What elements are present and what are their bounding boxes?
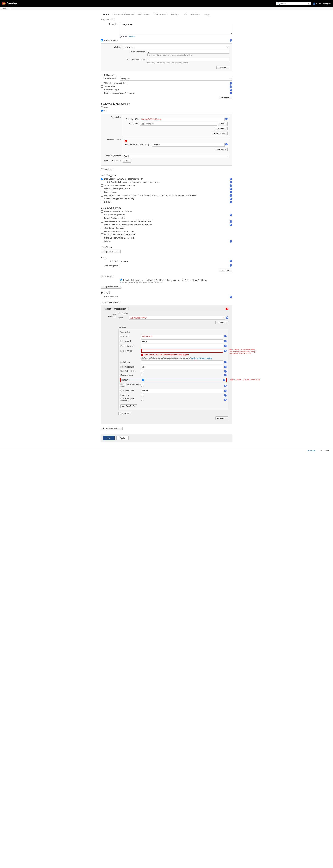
help-icon[interactable]: ?	[230, 240, 232, 243]
help-icon[interactable]: ?	[230, 191, 232, 193]
tab-poststeps[interactable]: Post Steps	[189, 12, 201, 17]
remove-prefix-input[interactable]	[141, 339, 223, 343]
tab-triggers[interactable]: Build Triggers	[136, 12, 151, 17]
help-icon[interactable]: ?	[226, 316, 228, 319]
github-hook-checkbox[interactable]	[101, 197, 103, 200]
tab-postbuild[interactable]: Post-build Actions	[101, 19, 232, 21]
advanced-button[interactable]: Advanced...	[219, 96, 232, 99]
advanced-button[interactable]: Advanced...	[217, 66, 229, 69]
help-icon[interactable]: ?	[230, 214, 232, 216]
goals-input[interactable]	[120, 264, 229, 268]
param-checkbox[interactable]	[101, 82, 103, 84]
add-postbuild-action-button[interactable]: Add post-build action	[101, 427, 123, 430]
advanced-button[interactable]: Advanced...	[219, 269, 232, 272]
ssh-name-select[interactable]: 选择你配置的ssh帐户	[129, 316, 225, 319]
exec-timeout-input[interactable]	[141, 389, 223, 393]
disable-checkbox[interactable]	[101, 89, 103, 91]
add-repo-button[interactable]: Add Repository	[212, 132, 228, 135]
delete-branch-button[interactable]: ✕	[125, 140, 127, 142]
user-link[interactable]: 👤 admin	[313, 2, 321, 5]
pattern-input[interactable]	[141, 365, 223, 369]
remote-dir-date-checkbox[interactable]	[141, 384, 143, 387]
help-icon[interactable]: ?	[224, 366, 227, 368]
delete-ws-checkbox[interactable]	[101, 210, 103, 213]
add-behaviour-button[interactable]: Add	[123, 159, 131, 163]
search-help-icon[interactable]: ⓘ	[307, 2, 309, 5]
help-icon[interactable]: ?	[224, 390, 227, 392]
add-prebuild-button[interactable]: Add pre-build step	[101, 250, 121, 253]
tab-env[interactable]: Build Environment	[151, 12, 169, 17]
exclude-input[interactable]	[141, 361, 223, 364]
gitlab-conn-select[interactable]: devopsrobo	[120, 77, 232, 81]
help-icon[interactable]: ?	[230, 194, 232, 197]
help-icon[interactable]: ?	[225, 143, 228, 146]
branch-spec-input[interactable]	[152, 143, 225, 147]
strategy-select[interactable]: Log Rotation	[123, 45, 229, 49]
abort-stuck-checkbox[interactable]	[101, 227, 103, 229]
help-icon[interactable]: ?	[224, 340, 227, 342]
rest-api-link[interactable]: REST API	[307, 450, 315, 452]
help-icon[interactable]: ?	[223, 379, 226, 381]
apply-button[interactable]: Apply	[116, 436, 129, 440]
snapshot-checkbox[interactable]	[101, 178, 103, 180]
max-builds-input[interactable]	[147, 58, 229, 61]
tab-general[interactable]: General	[101, 12, 111, 17]
ps-success-radio[interactable]	[120, 279, 122, 281]
scm-none-radio[interactable]	[101, 106, 103, 108]
help-icon[interactable]: ?	[224, 394, 227, 397]
flatten-checkbox[interactable]	[142, 379, 144, 381]
gitlab-push-checkbox[interactable]	[101, 194, 103, 196]
add-credentials-button[interactable]: +Add	[218, 122, 228, 126]
schedule-checkbox[interactable]	[107, 181, 110, 183]
save-button[interactable]: Save	[103, 436, 114, 440]
help-icon[interactable]: ?	[230, 178, 232, 180]
help-icon[interactable]: ?	[230, 184, 232, 187]
help-icon[interactable]: ?	[230, 82, 232, 85]
help-icon[interactable]: ?	[230, 197, 232, 200]
help-icon[interactable]: ?	[224, 399, 227, 401]
help-icon[interactable]: ?	[224, 335, 227, 338]
scm-svn-radio[interactable]	[101, 168, 103, 170]
help-icon[interactable]: ?	[230, 264, 232, 267]
add-transfer-button[interactable]: Add Transfer Set	[120, 404, 137, 408]
go-tools-checkbox[interactable]	[101, 237, 103, 239]
logout-link[interactable]: ⎋ log out	[323, 2, 331, 4]
config-files-checkbox[interactable]	[101, 217, 103, 219]
no-default-checkbox[interactable]	[141, 370, 143, 372]
help-icon[interactable]: ?	[230, 181, 232, 184]
help-icon[interactable]: ?	[230, 92, 232, 94]
poll-scm-checkbox[interactable]	[101, 201, 103, 203]
help-icon[interactable]: ?	[225, 118, 228, 120]
help-icon[interactable]: ?	[224, 361, 227, 363]
advanced-button[interactable]: Advanced...	[214, 127, 228, 130]
breadcrumb-item[interactable]: Jenkins	[2, 8, 8, 10]
add-server-button[interactable]: Add Server	[119, 412, 131, 415]
delete-ssh-button[interactable]: ✕	[226, 308, 228, 310]
exec-pty-checkbox[interactable]	[141, 394, 143, 396]
email-checkbox[interactable]	[101, 296, 103, 298]
scm-git-radio[interactable]	[101, 110, 103, 112]
help-icon[interactable]: ?	[224, 384, 227, 387]
make-empty-checkbox[interactable]	[141, 374, 143, 376]
ssh-before-checkbox[interactable]	[101, 220, 103, 222]
periodically-checkbox[interactable]	[101, 191, 103, 193]
github-project-checkbox[interactable]	[101, 74, 103, 76]
add-branch-button[interactable]: Add Branch	[215, 148, 228, 151]
timestamps-checkbox[interactable]	[101, 230, 103, 232]
exec-agent-checkbox[interactable]	[141, 399, 143, 401]
help-icon[interactable]: ?	[224, 370, 227, 373]
help-icon[interactable]: ?	[224, 345, 227, 347]
chevron-down-icon[interactable]: ▾	[9, 8, 10, 9]
after-other-checkbox[interactable]	[101, 188, 103, 190]
exec-cmd-input[interactable]	[141, 349, 223, 352]
help-icon[interactable]: ?	[230, 188, 232, 190]
concurrent-checkbox[interactable]	[101, 92, 103, 94]
help-icon[interactable]: ?	[230, 296, 232, 298]
days-keep-input[interactable]	[147, 50, 229, 54]
root-pom-input[interactable]	[120, 260, 229, 263]
with-ant-checkbox[interactable]	[101, 240, 103, 242]
help-icon[interactable]: ?	[230, 85, 232, 88]
repo-url-input[interactable]	[140, 118, 225, 121]
search-box[interactable]: 🔍 ⓘ	[276, 2, 311, 5]
tab-construct[interactable]: 构建设置	[202, 12, 212, 17]
